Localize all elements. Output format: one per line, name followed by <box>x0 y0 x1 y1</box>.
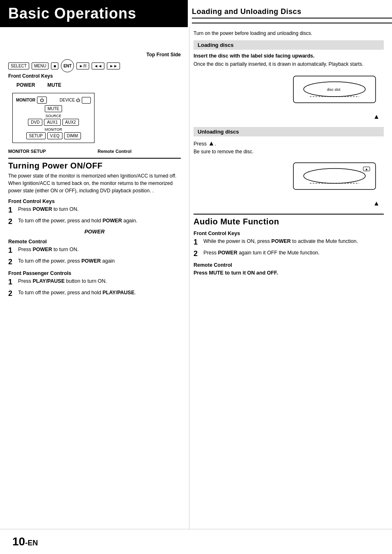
monitor-label: MONITOR <box>16 98 35 102</box>
unloading-instruction: Be sure to remove the disc. <box>194 148 384 155</box>
svg-text:▲: ▲ <box>365 167 368 171</box>
left-column: Top Front Side SELECT MENU ■ ENT ►/II ◄◄… <box>0 27 189 529</box>
turning-power-section: Turning Power ON/OFF The power state of … <box>8 158 181 298</box>
stop-key[interactable]: ■ <box>51 62 58 69</box>
right-col-inner: Turn on the power before loading and unl… <box>194 27 384 277</box>
power-btn-remote[interactable]: ⏻ <box>37 97 47 104</box>
veq-btn[interactable]: V.EQ <box>47 132 62 139</box>
device-btn[interactable] <box>82 97 91 104</box>
mute-label: MUTE <box>47 82 61 88</box>
dvd-btn[interactable]: DVD <box>28 119 42 126</box>
turning-power-divider <box>8 158 181 159</box>
front-control-keys-label: Front Control Keys <box>8 73 53 79</box>
bottom-row: 10-EN <box>0 529 392 554</box>
front-keys-row: SELECT MENU ■ ENT ►/II ◄◄ ►► <box>8 59 120 72</box>
menu-key[interactable]: MENU <box>32 62 48 69</box>
aux2-btn[interactable]: AUX2 <box>62 119 79 126</box>
audio-remote-instruction: Press MUTE to turn it ON and OFF. <box>194 270 384 277</box>
loading-discs-box: Loading discs <box>194 40 384 50</box>
press-eject-text: Press ▲. <box>194 140 384 147</box>
audio-mute-divider <box>194 214 384 215</box>
next-key[interactable]: ►► <box>107 62 120 69</box>
svg-text:disc slot: disc slot <box>327 88 341 92</box>
top-front-side-label: Top Front Side <box>8 52 181 58</box>
remote-labels: MONITOR SETUP Remote Control <box>8 149 131 154</box>
turning-power-title: Turning Power ON/OFF <box>8 161 181 171</box>
audio-mute-title: Audio Mute Function <box>194 217 384 226</box>
audio-front-keys-label: Front Control Keys <box>194 231 384 236</box>
dimm-btn[interactable]: DIMM <box>64 132 81 139</box>
step-1: 1 Press POWER to turn ON. <box>8 206 181 215</box>
device-section: DEVICE ⏻ <box>60 97 91 104</box>
right-column: Turn on the power before loading and unl… <box>189 27 392 529</box>
remote-control-sub-label: Remote Control <box>8 239 181 245</box>
r-step-1: 1 Press POWER to turn ON. <box>8 246 181 255</box>
monitor-row: SETUP V.EQ DIMM <box>16 132 91 139</box>
monitor-setup-label: MONITOR SETUP <box>8 149 46 154</box>
diagram-area: Top Front Side SELECT MENU ■ ENT ►/II ◄◄… <box>8 52 181 154</box>
right-section-title: Loading and Unloading Discs <box>192 7 392 18</box>
source-row: DVD AUX1 AUX2 <box>16 119 91 126</box>
device-label: DEVICE ⏻ <box>60 98 80 102</box>
mute-row: MUTE <box>16 105 91 112</box>
unloading-discs-label: Unloading discs <box>198 129 239 135</box>
play-pause-key[interactable]: ►/II <box>76 62 89 69</box>
monitor-section: MONITOR ⏻ <box>16 97 47 104</box>
turning-power-body: The power state of the monitor is memori… <box>8 172 181 194</box>
source-label: SOURCE <box>16 114 91 118</box>
remote-panel: MONITOR ⏻ DEVICE ⏻ MUTE SOURCE <box>12 93 95 143</box>
am-step-2: 2 Press POWER again turn it OFF the Mute… <box>194 249 384 259</box>
eject-arrow-unloading: ▲ <box>194 200 384 207</box>
disc-slot-svg: disc slot <box>289 72 384 109</box>
r-step-2: 2 To turn off the power, press POWER aga… <box>8 258 181 267</box>
unloading-discs-box: Unloading discs <box>194 127 384 136</box>
passenger-steps: 1 Press PLAY/PAUSE button to turn ON. 2 … <box>8 278 181 298</box>
page: Basic Operations Loading and Unloading D… <box>0 0 392 554</box>
eject-symbol-unloading: ▲ <box>373 200 384 207</box>
front-keys-steps: 1 Press POWER to turn ON. 2 To turn off … <box>8 206 181 226</box>
eject-symbol-loading: ▲ <box>373 113 384 120</box>
ent-key[interactable]: ENT <box>61 59 74 72</box>
prev-key[interactable]: ◄◄ <box>92 62 105 69</box>
remote-control-label: Remote Control <box>98 149 132 154</box>
loading-detail: Once the disc is partially inserted, it … <box>194 60 384 68</box>
aux1-btn[interactable]: AUX1 <box>44 119 60 126</box>
loading-bold-instruction: Insert the disc with the label side faci… <box>194 53 384 59</box>
remote-control-steps: 1 Press POWER to turn ON. 2 To turn off … <box>8 246 181 266</box>
audio-mute-section: Audio Mute Function Front Control Keys 1… <box>194 214 384 277</box>
eject-symbol-text: ▲ <box>208 140 214 147</box>
svg-rect-4 <box>293 163 376 189</box>
monitor-label2: MONITOR <box>16 127 91 132</box>
p-step-2: 2 To turn off the power, press and hold … <box>8 289 181 298</box>
step-2: 2 To turn off the power, press and hold … <box>8 217 181 226</box>
svg-point-5 <box>304 169 365 183</box>
remote-top-row: MONITOR ⏻ DEVICE ⏻ <box>16 97 91 104</box>
audio-remote-label: Remote Control <box>194 262 384 268</box>
power-mute-labels: POWER MUTE <box>16 82 61 88</box>
p-step-1: 1 Press PLAY/PAUSE button to turn ON. <box>8 278 181 287</box>
disc-unload-svg: ▲ <box>289 159 384 196</box>
eject-arrow-loading: ▲ <box>194 113 384 120</box>
disc-unloading-illustration: ▲ <box>194 159 384 196</box>
loading-discs-label: Loading discs <box>198 42 233 48</box>
disc-loading-illustration: disc slot <box>194 72 384 109</box>
header-title-block: Basic Operations <box>0 0 188 27</box>
ent-key-wrap: ENT <box>61 59 74 72</box>
power-italic-label: POWER <box>8 229 181 235</box>
mute-btn-remote[interactable]: MUTE <box>45 105 62 112</box>
audio-mute-steps: 1 While the power is ON, press POWER to … <box>194 238 384 258</box>
am-step-1: 1 While the power is ON, press POWER to … <box>194 238 384 247</box>
main-content: Top Front Side SELECT MENU ■ ENT ►/II ◄◄… <box>0 27 392 529</box>
page-number: 10-EN <box>4 531 46 552</box>
power-label: POWER <box>16 82 35 88</box>
front-keys-sub-label: Front Control Keys <box>8 199 181 204</box>
page-title: Basic Operations <box>0 0 188 27</box>
header-row: Basic Operations Loading and Unloading D… <box>0 0 392 27</box>
setup-btn[interactable]: SETUP <box>26 132 46 139</box>
select-key[interactable]: SELECT <box>8 62 29 69</box>
right-subtitle: Turn on the power before loading and unl… <box>194 30 384 36</box>
front-passenger-label: Front Passenger Controls <box>8 270 181 276</box>
